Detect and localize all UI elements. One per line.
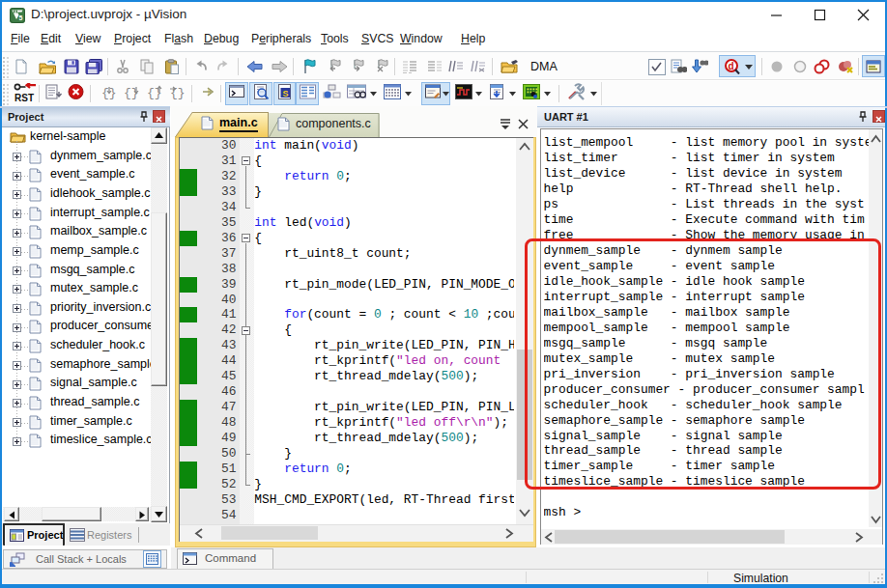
svg-text:d: d <box>729 61 734 71</box>
svg-text:5: 5 <box>19 14 23 21</box>
svg-text:RST: RST <box>14 93 34 103</box>
svg-text:S: S <box>283 89 289 98</box>
svg-text:{}: {} <box>170 86 186 100</box>
